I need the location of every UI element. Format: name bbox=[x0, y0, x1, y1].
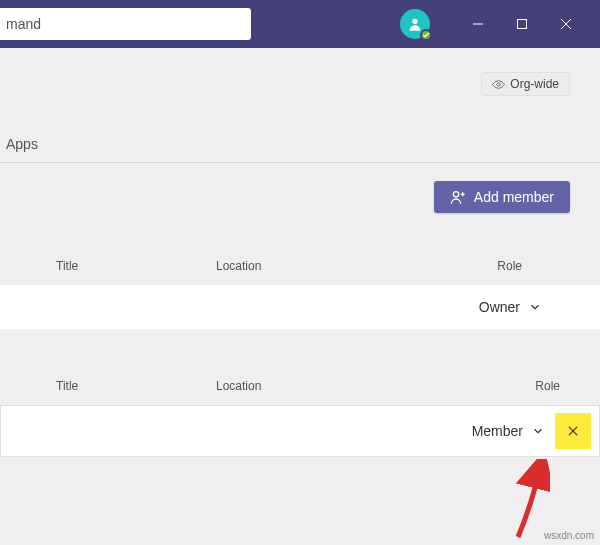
svg-point-0 bbox=[412, 19, 417, 24]
table-row: Owner bbox=[0, 285, 600, 329]
close-button[interactable] bbox=[544, 0, 588, 48]
search-input[interactable]: mand bbox=[0, 8, 251, 40]
members-section: Title Location Role Member bbox=[0, 369, 600, 457]
presence-badge bbox=[420, 29, 432, 41]
role-selector-owner[interactable]: Owner bbox=[479, 299, 570, 315]
watermark: wsxdn.com bbox=[544, 530, 594, 541]
org-tag-label: Org-wide bbox=[510, 77, 559, 91]
search-input-text: mand bbox=[6, 16, 41, 32]
column-title: Title bbox=[56, 379, 216, 393]
tab-bar: Apps bbox=[0, 126, 600, 163]
minimize-button[interactable] bbox=[456, 0, 500, 48]
eye-icon bbox=[492, 78, 505, 91]
role-selector-member[interactable]: Member bbox=[472, 423, 545, 439]
add-member-row: Add member bbox=[0, 163, 600, 213]
add-member-button[interactable]: Add member bbox=[434, 181, 570, 213]
svg-point-5 bbox=[497, 82, 500, 85]
chevron-down-icon bbox=[531, 424, 545, 438]
add-member-label: Add member bbox=[474, 189, 554, 205]
owners-columns: Title Location Role bbox=[0, 249, 600, 285]
annotation-arrow bbox=[510, 459, 550, 539]
window-controls bbox=[456, 0, 588, 48]
chevron-down-icon bbox=[528, 300, 542, 314]
maximize-button[interactable] bbox=[500, 0, 544, 48]
table-row: Member bbox=[0, 405, 600, 457]
remove-member-button[interactable] bbox=[555, 413, 591, 449]
column-role: Role bbox=[436, 259, 570, 273]
content-area: Org-wide Apps Add member Title Location … bbox=[0, 48, 600, 457]
svg-rect-2 bbox=[518, 20, 527, 29]
org-tag-row: Org-wide bbox=[0, 48, 600, 96]
column-title: Title bbox=[56, 259, 216, 273]
avatar[interactable] bbox=[400, 9, 430, 39]
members-columns: Title Location Role bbox=[0, 369, 600, 405]
column-location: Location bbox=[216, 259, 436, 273]
role-value: Owner bbox=[479, 299, 520, 315]
org-wide-tag[interactable]: Org-wide bbox=[481, 72, 570, 96]
role-value: Member bbox=[472, 423, 523, 439]
add-person-icon bbox=[450, 189, 466, 205]
titlebar: mand bbox=[0, 0, 600, 48]
close-icon bbox=[566, 424, 580, 438]
column-location: Location bbox=[216, 379, 436, 393]
column-role: Role bbox=[436, 379, 570, 393]
svg-point-6 bbox=[453, 192, 458, 197]
person-icon bbox=[407, 16, 423, 32]
tab-apps[interactable]: Apps bbox=[0, 126, 44, 162]
owners-section: Title Location Role Owner bbox=[0, 249, 600, 329]
